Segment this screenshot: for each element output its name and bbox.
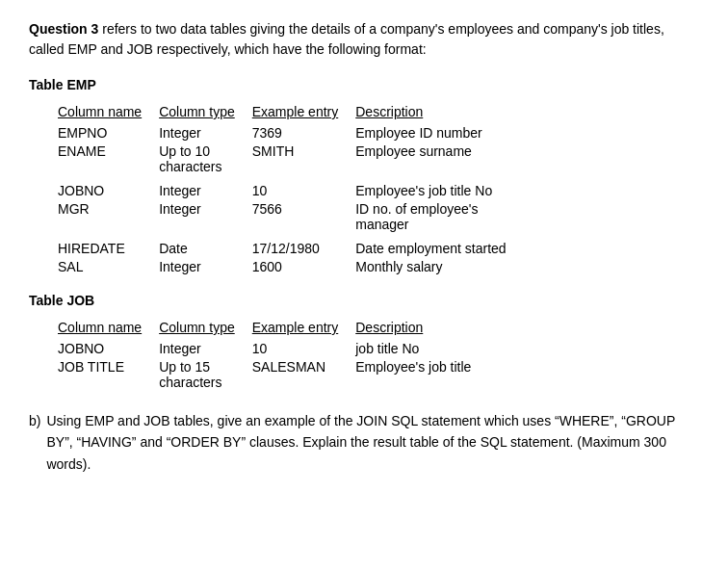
job-header-col-name: Column name xyxy=(58,318,159,339)
cell-example: 7369 xyxy=(252,123,355,142)
cell-example: 10 xyxy=(252,175,355,199)
emp-header-description: Description xyxy=(355,102,523,123)
table-row: ENAME Up to 10characters SMITH Employee … xyxy=(58,142,524,175)
cell-example: 10 xyxy=(252,339,355,357)
question-intro: Question 3 refers to two data tables giv… xyxy=(29,19,699,60)
table-row: JOB TITLE Up to 15characters SALESMAN Em… xyxy=(58,357,488,391)
part-b-section: b) Using EMP and JOB tables, give an exa… xyxy=(29,410,699,475)
cell-col-type: Integer xyxy=(159,123,252,142)
cell-col-type: Up to 15characters xyxy=(159,357,252,391)
emp-table-section: Table EMP Column name Column type Exampl… xyxy=(29,77,699,275)
question-intro-text: refers to two data tables giving the det… xyxy=(29,21,664,57)
emp-header-col-type: Column type xyxy=(159,102,252,123)
question-number: Question 3 xyxy=(29,21,98,37)
table-row: EMPNO Integer 7369 Employee ID number xyxy=(58,123,524,142)
cell-description: job title No xyxy=(355,339,488,357)
cell-col-type: Integer xyxy=(159,257,252,275)
cell-col-type: Integer xyxy=(159,199,252,233)
cell-col-name: JOBNO xyxy=(58,175,159,199)
cell-col-name: SAL xyxy=(58,257,159,275)
part-b-content: b) Using EMP and JOB tables, give an exa… xyxy=(29,410,699,475)
cell-col-type: Up to 10characters xyxy=(159,142,252,175)
table-row: HIREDATE Date 17/12/1980 Date employment… xyxy=(58,233,524,257)
table-row: JOBNO Integer 10 job title No xyxy=(58,339,488,357)
cell-description: Employee ID number xyxy=(355,123,523,142)
job-table: Column name Column type Example entry De… xyxy=(58,318,488,391)
table-row: JOBNO Integer 10 Employee's job title No xyxy=(58,175,524,199)
cell-description: Employee surname xyxy=(355,142,523,175)
cell-example: 7566 xyxy=(252,199,355,233)
cell-col-type: Integer xyxy=(159,339,252,357)
cell-col-name: JOBNO xyxy=(58,339,159,357)
cell-description: Employee's job title No xyxy=(355,175,523,199)
part-b-label: b) xyxy=(29,410,40,475)
cell-example: SALESMAN xyxy=(252,357,355,391)
job-header-description: Description xyxy=(355,318,488,339)
job-table-title: Table JOB xyxy=(29,293,699,308)
job-header-example: Example entry xyxy=(252,318,355,339)
table-row: SAL Integer 1600 Monthly salary xyxy=(58,257,524,275)
emp-header-col-name: Column name xyxy=(58,102,159,123)
emp-table-title: Table EMP xyxy=(29,77,699,92)
cell-description: ID no. of employee'smanager xyxy=(355,199,523,233)
cell-col-name: MGR xyxy=(58,199,159,233)
table-row: MGR Integer 7566 ID no. of employee'sman… xyxy=(58,199,524,233)
cell-description: Monthly salary xyxy=(355,257,523,275)
emp-table-header-row: Column name Column type Example entry De… xyxy=(58,102,524,123)
emp-header-example: Example entry xyxy=(252,102,355,123)
job-table-section: Table JOB Column name Column type Exampl… xyxy=(29,293,699,391)
cell-example: SMITH xyxy=(252,142,355,175)
cell-col-name: ENAME xyxy=(58,142,159,175)
cell-description: Employee's job title xyxy=(355,357,488,391)
cell-description: Date employment started xyxy=(355,233,523,257)
cell-example: 17/12/1980 xyxy=(252,233,355,257)
cell-col-name: HIREDATE xyxy=(58,233,159,257)
cell-col-name: EMPNO xyxy=(58,123,159,142)
job-header-col-type: Column type xyxy=(159,318,252,339)
cell-col-type: Date xyxy=(159,233,252,257)
cell-col-type: Integer xyxy=(159,175,252,199)
cell-col-name: JOB TITLE xyxy=(58,357,159,391)
cell-example: 1600 xyxy=(252,257,355,275)
job-table-header-row: Column name Column type Example entry De… xyxy=(58,318,488,339)
emp-table: Column name Column type Example entry De… xyxy=(58,102,524,275)
part-b-text: Using EMP and JOB tables, give an exampl… xyxy=(46,410,699,475)
